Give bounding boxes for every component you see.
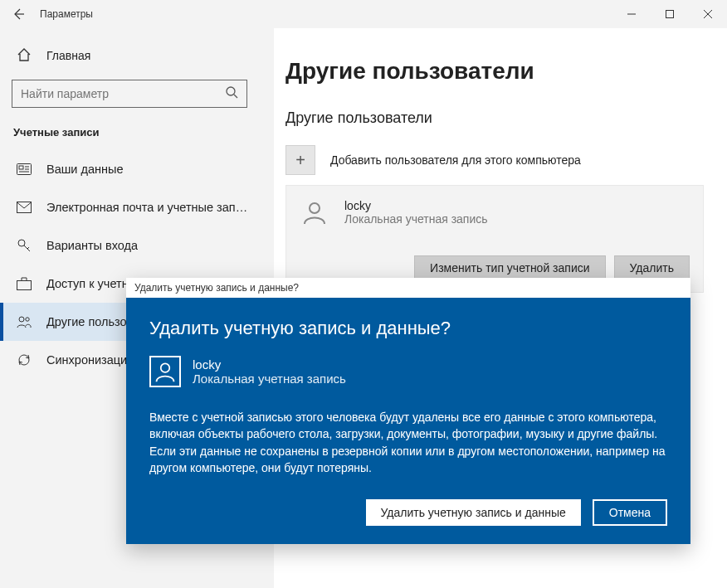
section-title: Учетные записи bbox=[12, 121, 262, 150]
sync-icon bbox=[17, 352, 32, 367]
close-button[interactable] bbox=[689, 0, 727, 28]
arrow-left-icon bbox=[12, 7, 25, 21]
delete-account-dialog: Удалить учетную запись и данные? Удалить… bbox=[126, 278, 690, 544]
avatar-icon bbox=[149, 356, 181, 387]
add-user-label: Добавить пользователя для этого компьюте… bbox=[330, 153, 581, 167]
id-card-icon bbox=[17, 163, 32, 175]
dialog-titlebar: Удалить учетную запись и данные? bbox=[126, 278, 690, 298]
nav-label: Варианты входа bbox=[46, 239, 138, 252]
dialog-buttons: Удалить учетную запись и данные Отмена bbox=[149, 499, 667, 526]
search-input[interactable] bbox=[21, 87, 225, 100]
nav-signin-options[interactable]: Варианты входа bbox=[0, 226, 274, 265]
svg-point-5 bbox=[18, 240, 25, 246]
user-panel: locky Локальная учетная запись Изменить … bbox=[285, 185, 704, 293]
user-type: Локальная учетная запись bbox=[344, 212, 488, 226]
dialog-heading: Удалить учетную запись и данные? bbox=[149, 318, 667, 339]
maximize-icon bbox=[666, 10, 674, 18]
titlebar: Параметры bbox=[0, 0, 727, 28]
home-icon bbox=[17, 47, 32, 65]
section-heading: Другие пользователи bbox=[285, 109, 704, 127]
delete-user-button[interactable]: Удалить bbox=[614, 255, 690, 280]
cancel-button[interactable]: Отмена bbox=[593, 499, 667, 526]
minimize-button[interactable] bbox=[612, 0, 651, 28]
user-row[interactable]: locky Локальная учетная запись bbox=[300, 197, 690, 227]
page-heading: Другие пользователи bbox=[285, 58, 704, 85]
svg-rect-3 bbox=[19, 166, 23, 169]
dialog-body: Удалить учетную запись и данные? locky Л… bbox=[126, 298, 690, 544]
nav-label: Электронная почта и учетные записи bbox=[46, 201, 254, 214]
svg-point-9 bbox=[310, 203, 320, 213]
dialog-user-type: Локальная учетная запись bbox=[193, 372, 346, 386]
avatar-icon bbox=[300, 197, 329, 227]
plus-icon: + bbox=[285, 145, 315, 175]
mail-icon bbox=[17, 202, 32, 213]
change-account-type-button[interactable]: Изменить тип учетной записи bbox=[414, 255, 605, 280]
home-label: Главная bbox=[46, 49, 90, 62]
confirm-delete-button[interactable]: Удалить учетную запись и данные bbox=[366, 499, 581, 526]
add-user-row[interactable]: + Добавить пользователя для этого компью… bbox=[285, 145, 704, 175]
nav-your-info[interactable]: Ваши данные bbox=[0, 150, 274, 188]
dialog-user-name: locky bbox=[193, 357, 346, 372]
dialog-user-row: locky Локальная учетная запись bbox=[149, 356, 667, 387]
svg-rect-6 bbox=[17, 281, 32, 290]
dialog-message: Вместе с учетной записью этого человека … bbox=[149, 409, 667, 476]
maximize-button[interactable] bbox=[651, 0, 689, 28]
user-actions: Изменить тип учетной записи Удалить bbox=[300, 255, 690, 280]
home-link[interactable]: Главная bbox=[12, 40, 262, 71]
svg-point-8 bbox=[26, 318, 29, 321]
nav-email-accounts[interactable]: Электронная почта и учетные записи bbox=[0, 188, 274, 226]
search-icon bbox=[225, 85, 238, 102]
people-icon bbox=[17, 315, 32, 328]
briefcase-icon bbox=[17, 277, 32, 290]
window-controls bbox=[612, 0, 727, 28]
svg-point-10 bbox=[161, 363, 170, 372]
svg-rect-4 bbox=[17, 202, 32, 213]
close-icon bbox=[704, 10, 712, 18]
svg-point-1 bbox=[227, 87, 235, 95]
search-box[interactable] bbox=[12, 80, 247, 108]
back-button[interactable] bbox=[0, 0, 37, 28]
svg-point-7 bbox=[19, 317, 24, 322]
user-name: locky bbox=[344, 199, 488, 212]
window-title: Параметры bbox=[37, 8, 93, 20]
key-icon bbox=[17, 238, 32, 253]
nav-label: Ваши данные bbox=[46, 163, 124, 176]
minimize-icon bbox=[627, 10, 636, 18]
svg-rect-0 bbox=[666, 11, 674, 18]
